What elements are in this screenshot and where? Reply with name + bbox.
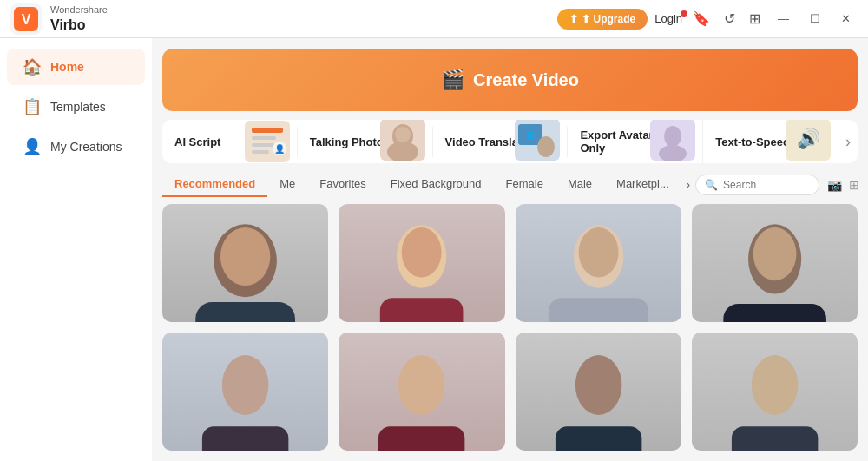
- close-button[interactable]: ✕: [834, 9, 858, 29]
- brand-name: Wondershare: [50, 4, 108, 16]
- tab-favorites[interactable]: Favorites: [307, 172, 378, 197]
- svg-rect-3: [252, 128, 283, 133]
- search-input[interactable]: [723, 179, 810, 191]
- svg-point-29: [578, 227, 618, 277]
- sidebar-item-home[interactable]: 🏠 Home: [7, 49, 145, 85]
- minimize-button[interactable]: —: [771, 9, 796, 29]
- feature-card-talking-photo[interactable]: Talking Photo: [298, 127, 433, 157]
- avatar-card-8[interactable]: [692, 333, 858, 451]
- title-bar: V Wondershare Virbo ⬆ ⬆ Upgrade Login 🔖 …: [0, 0, 868, 38]
- sidebar-item-my-creations[interactable]: 👤 My Creations: [7, 128, 145, 165]
- avatar-card-harper[interactable]: Harper-Promotion: [516, 204, 681, 322]
- tab-me[interactable]: Me: [267, 172, 307, 197]
- text-to-speech-label: Text-to-Speech: [715, 135, 796, 148]
- avatar-image-6: [339, 333, 504, 451]
- home-icon: 🏠: [23, 57, 42, 76]
- svg-rect-33: [723, 304, 826, 322]
- tab-male[interactable]: Male: [556, 172, 604, 197]
- feature-card-text-to-speech[interactable]: Text-to-Speech 🔊: [703, 127, 838, 157]
- svg-text:🔊: 🔊: [796, 127, 820, 150]
- grid-icon: ⊞: [749, 10, 760, 27]
- notification-dot: [681, 10, 687, 17]
- create-video-label: Create Video: [473, 70, 579, 90]
- sidebar: 🏠 Home 📋 Templates 👤 My Creations: [0, 38, 152, 461]
- upgrade-button[interactable]: ⬆ ⬆ Upgrade: [557, 9, 648, 30]
- title-bar-controls: ⬆ ⬆ Upgrade Login 🔖 ↺ ⊞ — ☐ ✕: [557, 7, 858, 30]
- feature-next-button[interactable]: ›: [838, 126, 858, 158]
- bookmark-icon-button[interactable]: 🔖: [689, 7, 713, 30]
- tab-favorites-label: Favorites: [319, 177, 365, 190]
- svg-rect-2: [245, 121, 290, 162]
- product-name: Virbo: [50, 16, 108, 33]
- bookmark-icon: 🔖: [693, 10, 710, 27]
- talking-photo-label: Talking Photo: [310, 135, 384, 148]
- video-translate-thumbnail: 🌐: [515, 120, 560, 163]
- svg-point-18: [664, 126, 681, 147]
- feature-card-video-translate[interactable]: Video Translate 🌐: [433, 127, 569, 157]
- sidebar-item-templates[interactable]: 📋 Templates: [7, 89, 145, 125]
- avatar-image-harper: [516, 204, 681, 322]
- avatar-image-7: [516, 333, 681, 451]
- svg-point-36: [398, 355, 445, 415]
- avatar-image-amber: [339, 204, 504, 322]
- avatar-card-7[interactable]: [516, 333, 681, 451]
- avatar-card-gabriel[interactable]: Gabriel-Business: [692, 204, 858, 322]
- search-icon: 🔍: [705, 179, 718, 191]
- tab-fixed-background[interactable]: Fixed Background: [378, 172, 494, 197]
- maximize-button[interactable]: ☐: [803, 9, 827, 29]
- feature-card-export-avatar[interactable]: Export AvatarOnly: [568, 120, 703, 163]
- tab-female[interactable]: Female: [494, 172, 556, 197]
- content-area: 🎬 Create Video AI Script 👤: [152, 38, 868, 461]
- avatar-card-brandt[interactable]: Brandt-Casual: [162, 204, 328, 322]
- tab-recommended[interactable]: Recommended: [162, 172, 267, 197]
- tabs-row: Recommended Me Favorites Fixed Backgroun…: [162, 172, 858, 197]
- grid-view-button[interactable]: ⊞: [846, 175, 862, 194]
- create-video-icon: 🎬: [441, 69, 464, 91]
- svg-point-32: [753, 227, 797, 280]
- main-layout: 🏠 Home 📋 Templates 👤 My Creations 🎬 Crea…: [0, 38, 868, 461]
- view-toggle-buttons: 📷 ⊞: [825, 175, 862, 194]
- refresh-icon: ↺: [724, 10, 735, 27]
- svg-rect-27: [380, 298, 464, 322]
- templates-icon: 📋: [23, 97, 42, 116]
- svg-point-38: [575, 355, 621, 415]
- talking-photo-thumbnail: [380, 120, 425, 163]
- svg-point-26: [402, 227, 442, 277]
- tab-me-label: Me: [279, 177, 295, 190]
- avatar-card-6[interactable]: [339, 333, 504, 451]
- search-box[interactable]: 🔍: [695, 175, 819, 195]
- tab-marketplace[interactable]: Marketpl...: [604, 172, 681, 197]
- svg-rect-35: [202, 426, 288, 451]
- svg-rect-39: [555, 426, 641, 451]
- svg-rect-6: [252, 150, 269, 154]
- camera-view-button[interactable]: 📷: [825, 175, 845, 194]
- login-button[interactable]: Login: [654, 12, 682, 25]
- avatar-card-5[interactable]: [162, 333, 328, 451]
- upgrade-icon: ⬆: [569, 13, 578, 25]
- feature-card-ai-script[interactable]: AI Script 👤: [162, 127, 298, 157]
- ai-script-thumbnail: 👤: [245, 121, 290, 162]
- tab-search-area: 🔍 📷 ⊞: [695, 175, 862, 195]
- sidebar-templates-label: Templates: [50, 100, 106, 114]
- tab-fixed-bg-label: Fixed Background: [391, 177, 482, 190]
- svg-text:👤: 👤: [274, 143, 286, 155]
- tab-recommended-label: Recommended: [174, 177, 255, 190]
- create-video-banner[interactable]: 🎬 Create Video: [162, 49, 858, 111]
- refresh-icon-button[interactable]: ↺: [720, 7, 739, 30]
- grid-icon-button[interactable]: ⊞: [746, 7, 764, 30]
- ai-script-label: AI Script: [174, 135, 220, 148]
- upgrade-label: ⬆ Upgrade: [582, 13, 635, 25]
- avatar-card-amber[interactable]: Amber - Fashion: [339, 204, 504, 322]
- export-avatar-label: Export AvatarOnly: [580, 128, 653, 155]
- tab-male-label: Male: [568, 177, 592, 190]
- app-name-block: Wondershare Virbo: [50, 4, 108, 32]
- avatar-grid: Brandt-Casual Amber - Fashion: [152, 204, 868, 461]
- sidebar-home-label: Home: [50, 60, 84, 74]
- export-avatar-thumbnail: [650, 120, 695, 163]
- tab-more-chevron[interactable]: ›: [681, 173, 695, 196]
- feature-cards-row: AI Script 👤 Talking Photo: [162, 120, 858, 163]
- svg-point-12: [395, 127, 411, 142]
- my-creations-icon: 👤: [23, 137, 42, 156]
- sidebar-creations-label: My Creations: [50, 140, 122, 154]
- svg-point-16: [537, 136, 555, 157]
